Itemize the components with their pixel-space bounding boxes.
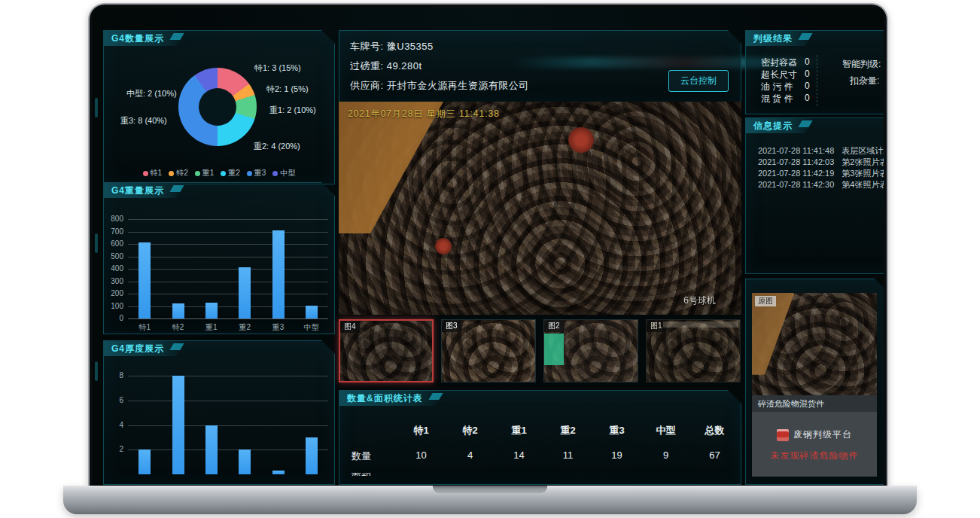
donut-label-mid: 中型: 2 (10%) (126, 88, 177, 99)
panel-info-title: 信息提示 (746, 118, 815, 133)
panel-grading-title: 判级结果 (746, 31, 815, 46)
grading-label: 超长尺寸 (761, 69, 797, 80)
stats-area-cell (592, 471, 641, 476)
bar-特2 (172, 303, 184, 318)
stats-quantity-cell: 19 (592, 449, 641, 463)
bar-4 (272, 471, 285, 474)
legend-label: 特2 (176, 168, 188, 178)
legend-dot (169, 171, 174, 176)
log-message: 第3张照片表层开 (842, 169, 884, 178)
grading-row-1: 密封容器0 (761, 56, 797, 69)
stats-area-row-clipped: 面积 (339, 471, 741, 476)
legend-dot (195, 171, 200, 176)
y-tick-label: 800 (104, 215, 123, 223)
donut-label-z1: 重1: 2 (10%) (269, 105, 316, 116)
thumbnail-4[interactable]: 图1 (646, 319, 741, 382)
panel-info-log: 信息提示 2021-07-28 11:41:48表层区域计算成2021-07-2… (745, 117, 884, 274)
grading-divider (817, 55, 817, 106)
thumbnail-3[interactable]: 图2 (543, 319, 638, 382)
grid-line (128, 449, 328, 450)
deco-rail (95, 361, 98, 381)
stats-area-cell (641, 471, 690, 476)
bar-1 (172, 376, 184, 474)
y-tick-label: 0 (104, 314, 123, 322)
bar-3 (239, 449, 251, 474)
y-tick-label: 8 (104, 371, 123, 379)
grading-value: 0 (805, 81, 810, 91)
main-camera-image[interactable]: 2021年07月28日 星期三 11:41:38 6号球机 (339, 102, 741, 315)
y-tick-label: 100 (104, 302, 123, 310)
stats-quantity-cell: 4 (446, 449, 495, 463)
donut-label-z3: 重3: 8 (40%) (120, 115, 167, 126)
laptop-base-notch (433, 486, 547, 493)
stats-quantity-cell: 9 (641, 449, 690, 463)
log-row-3: 2021-07-28 11:42:19第3张照片表层开 (758, 168, 884, 179)
log-message: 第4张照片表层开 (842, 180, 884, 189)
laptop-base (63, 486, 917, 514)
legend-item: 重3 (247, 168, 266, 178)
legend-label: 中型 (280, 168, 295, 178)
bar-重3 (272, 230, 285, 318)
grid-line (128, 401, 328, 401)
panel-grading: 判级结果 密封容器0超长尺寸0油 污 件0混 货 件0 智能判级: 扣杂量: (745, 30, 884, 114)
thumbnail-strip: 图4图3图2图1 (339, 319, 741, 382)
panel-weight-title: G4重量展示 (104, 183, 187, 198)
stats-area-row: 面积 (339, 471, 741, 476)
platform-name: 废钢判级平台 (793, 428, 852, 441)
grid-line (128, 269, 328, 270)
panel-quantity: G4数量展示 特1: 3 (15%) 特2: 1 (5%) 重1: 2 (10%… (103, 30, 335, 184)
legend-label: 重3 (254, 168, 266, 178)
donut-label-z2: 重2: 4 (20%) (254, 141, 300, 152)
legend-label: 重1 (202, 168, 215, 178)
log-row-4: 2021-07-28 11:42:30第4张照片表层开 (758, 179, 884, 190)
grading-label: 混 货 件 (761, 93, 793, 104)
bar-重1 (205, 303, 218, 318)
bar-重2 (239, 267, 251, 318)
donut-label-te1: 特1: 3 (15%) (254, 62, 301, 74)
log-timestamp: 2021-07-28 11:41:48 (758, 146, 834, 155)
legend-item: 特2 (169, 168, 188, 178)
thumbnail-2[interactable]: 图3 (441, 319, 536, 382)
ptz-control-button[interactable]: 云台控制 (668, 70, 729, 92)
donut-label-te2: 特2: 1 (5%) (266, 84, 309, 95)
y-tick-label: 400 (104, 264, 123, 273)
stats-quantity-cell: 67 (690, 449, 739, 463)
thumbnail-1[interactable]: 图4 (339, 319, 434, 382)
camera-osd-timestamp: 2021年07月28日 星期三 11:41:38 (348, 108, 500, 120)
y-tick-label: 4 (104, 421, 123, 429)
laptop-screen: G4数量展示 特1: 3 (15%) 特2: 1 (5%) 重1: 2 (10%… (93, 8, 884, 485)
original-image-tag: 原图 (755, 296, 776, 306)
dashboard: G4数量展示 特1: 3 (15%) 特2: 1 (5%) 重1: 2 (10%… (93, 8, 884, 485)
grading-label: 油 污 件 (761, 81, 793, 92)
legend-dot (143, 171, 148, 176)
review-image[interactable]: 原图 (752, 293, 877, 395)
panel-review: 原图 碎渣危险物混货件 废钢判级平台 未发现碎渣危险物件 (745, 279, 884, 485)
stats-header-cell: 总数 (690, 424, 739, 437)
stats-area-label: 面积 (339, 471, 397, 476)
panel-weight: G4重量展示 0100200300400500600700800特1特2重1重2… (103, 182, 335, 334)
red-part (435, 238, 452, 254)
stats-area-cell (495, 471, 543, 476)
stats-quantity-cell: 11 (543, 449, 592, 463)
stats-header-cell: 重2 (543, 424, 592, 437)
stats-area-cell (446, 471, 495, 476)
deco-rail (95, 233, 98, 253)
grid-line (128, 376, 328, 376)
deduction-label: 扣杂量: (850, 75, 879, 87)
y-tick-label: 500 (104, 252, 123, 261)
legend-label: 特1 (151, 168, 163, 178)
deco-rail (95, 98, 98, 117)
log-timestamp: 2021-07-28 11:42:30 (758, 180, 834, 189)
stats-header-label (339, 424, 397, 437)
grading-row-2: 超长尺寸0 (761, 69, 797, 81)
thumbnail-osd-strip (663, 321, 738, 328)
green-overlay (544, 334, 564, 365)
grid-line (128, 257, 328, 257)
bar-特1 (138, 242, 151, 318)
stats-header-cell: 重3 (592, 424, 641, 437)
stats-header-cell: 中型 (641, 424, 690, 437)
y-tick-label: 200 (104, 289, 123, 297)
x-tick-label: 特2 (162, 322, 195, 333)
legend-item: 特1 (143, 168, 163, 178)
y-tick-label: 700 (104, 227, 123, 236)
